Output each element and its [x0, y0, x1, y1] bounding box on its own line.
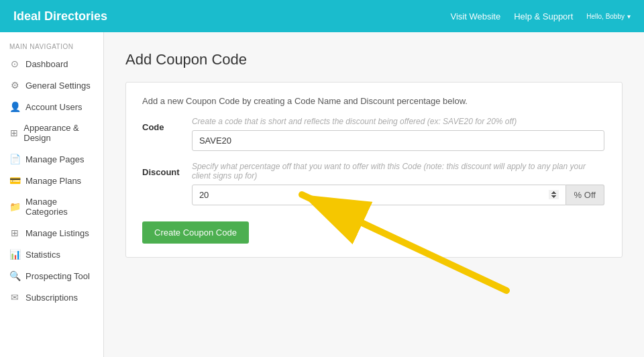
sidebar-item-subscriptions[interactable]: ✉ Subscriptions — [0, 287, 103, 308]
user-icon: 👤 — [9, 101, 20, 112]
sidebar-item-label: Dashboard — [25, 59, 68, 69]
code-input[interactable] — [192, 130, 604, 151]
discount-row: % Off — [192, 185, 604, 205]
sidebar-item-label: Prospecting Tool — [25, 271, 90, 281]
sidebar-item-account-users[interactable]: 👤 Account Users — [0, 96, 103, 117]
main-content: Add Coupon Code Add a new Coupon Code by… — [104, 32, 644, 357]
app-header: Ideal Directories Visit Website Help & S… — [0, 0, 644, 32]
help-support-link[interactable]: Help & Support — [514, 11, 573, 21]
discount-input[interactable] — [192, 185, 566, 205]
intro-text: Add a new Coupon Code by creating a Code… — [142, 96, 606, 106]
code-label: Code — [142, 117, 189, 132]
sidebar-item-label: Statistics — [25, 250, 60, 260]
sidebar-item-dashboard[interactable]: ⊙ Dashboard — [0, 53, 103, 74]
statistics-icon: 📊 — [9, 249, 20, 260]
add-coupon-form: Add a new Coupon Code by creating a Code… — [125, 82, 623, 258]
gear-icon: ⚙ — [9, 80, 20, 91]
sidebar-item-label: Appearance & Design — [23, 123, 94, 143]
sidebar-item-prospecting-tool[interactable]: 🔍 Prospecting Tool — [0, 265, 103, 287]
user-greeting-text: Hello, Bobby — [586, 13, 625, 20]
user-menu[interactable]: Hello, Bobby ▾ — [586, 13, 631, 20]
sidebar-item-general-settings[interactable]: ⚙ General Settings — [0, 74, 103, 96]
sidebar-item-label: Manage Pages — [25, 154, 84, 164]
discount-field-right: Specify what percentage off that you wan… — [192, 162, 604, 205]
plans-icon: 💳 — [9, 175, 20, 186]
listings-icon: ⊞ — [9, 227, 20, 238]
code-hint: Create a code that is short and reflects… — [192, 117, 604, 126]
user-caret-icon: ▾ — [627, 13, 631, 20]
sidebar: Main Navigation ⊙ Dashboard ⚙ General Se… — [0, 32, 104, 357]
sidebar-item-label: Manage Categories — [25, 197, 94, 217]
discount-hint: Specify what percentage off that you wan… — [192, 162, 604, 181]
app-brand: Ideal Directories — [13, 9, 107, 23]
dashboard-icon: ⊙ — [9, 58, 20, 69]
sidebar-item-label: Manage Listings — [25, 228, 89, 238]
sidebar-item-label: General Settings — [25, 81, 91, 91]
page-title: Add Coupon Code — [125, 51, 623, 68]
sidebar-item-label: Account Users — [25, 102, 83, 112]
code-field-group: Code Create a code that is short and ref… — [142, 117, 606, 151]
sidebar-item-manage-categories[interactable]: 📁 Manage Categories — [0, 191, 103, 222]
visit-website-link[interactable]: Visit Website — [450, 11, 500, 21]
header-nav: Visit Website Help & Support Hello, Bobb… — [450, 11, 631, 21]
appearance-icon: ⊞ — [9, 128, 18, 138]
sidebar-item-statistics[interactable]: 📊 Statistics — [0, 244, 103, 265]
prospecting-icon: 🔍 — [9, 270, 20, 281]
sidebar-item-manage-listings[interactable]: ⊞ Manage Listings — [0, 222, 103, 244]
code-field-right: Create a code that is short and reflects… — [192, 117, 604, 151]
discount-field-group: Discount Specify what percentage off tha… — [142, 162, 606, 205]
pages-icon: 📄 — [9, 154, 20, 164]
discount-label: Discount — [142, 162, 189, 177]
categories-icon: 📁 — [9, 201, 20, 212]
sidebar-item-manage-pages[interactable]: 📄 Manage Pages — [0, 148, 103, 170]
sidebar-item-label: Subscriptions — [25, 293, 78, 303]
sidebar-item-manage-plans[interactable]: 💳 Manage Plans — [0, 170, 103, 191]
subscriptions-icon: ✉ — [9, 292, 20, 303]
percent-off-label: % Off — [566, 185, 604, 205]
sidebar-item-label: Manage Plans — [25, 176, 81, 186]
sidebar-nav-label: Main Navigation — [0, 38, 103, 53]
sidebar-item-appearance-design[interactable]: ⊞ Appearance & Design — [0, 117, 103, 148]
create-coupon-button[interactable]: Create Coupon Code — [142, 221, 249, 244]
